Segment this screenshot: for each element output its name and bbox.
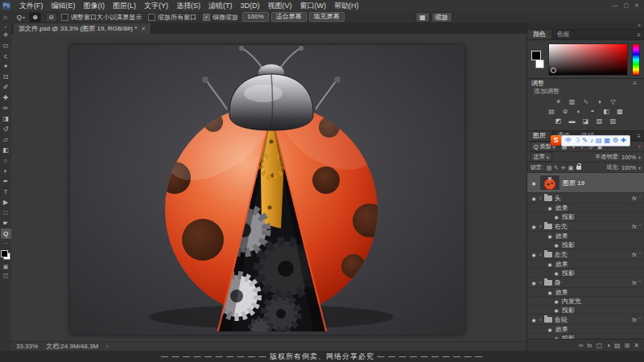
hand-tool[interactable]: ☛ bbox=[1, 218, 11, 228]
lock-artboard-icon[interactable]: ▣ bbox=[568, 164, 574, 171]
link-layers-icon[interactable]: ∞ bbox=[579, 342, 584, 349]
threshold-icon[interactable]: ◪ bbox=[581, 117, 590, 125]
layer-row[interactable]: ◉效果 bbox=[527, 232, 644, 241]
menu-item-3[interactable]: 图层(L) bbox=[109, 2, 140, 10]
dock-collapse-strip[interactable]: « bbox=[527, 23, 644, 30]
layer-row[interactable]: ◉效果 bbox=[527, 204, 644, 212]
layer-row[interactable]: ◉›头fxˆ bbox=[527, 193, 644, 204]
visibility-eye-icon[interactable]: ◉ bbox=[530, 317, 537, 323]
fx-badge[interactable]: fx bbox=[632, 280, 636, 286]
channel-mixer-icon[interactable]: ◧ bbox=[602, 108, 611, 116]
sogou-logo-icon[interactable]: S bbox=[551, 135, 561, 146]
sogou-input-toolbar[interactable]: S 中☽✎♪▤▦⚙✚ bbox=[551, 135, 630, 146]
gradient-map-icon[interactable]: ▧ bbox=[595, 117, 604, 125]
screen-mode-icon[interactable]: ◫ bbox=[1, 271, 11, 280]
layer-row[interactable]: ◉投影 bbox=[527, 212, 644, 221]
photo-filter-icon[interactable]: ◓ bbox=[588, 108, 597, 116]
overlay-zoom-button[interactable]: 缩放 bbox=[431, 12, 452, 23]
visibility-eye-icon[interactable]: ◉ bbox=[547, 290, 553, 295]
panel-menu-icon[interactable]: ≡ bbox=[637, 31, 644, 39]
expand-caret-icon[interactable]: › bbox=[539, 195, 542, 202]
layer-row[interactable]: ◉投影 bbox=[527, 241, 644, 249]
visibility-eye-icon[interactable]: ◉ bbox=[553, 214, 559, 220]
layer-row[interactable]: ◉效果 bbox=[527, 288, 644, 297]
saturation-brightness-field[interactable] bbox=[548, 43, 628, 76]
restore-icon[interactable]: ▢ bbox=[624, 2, 630, 9]
visibility-eye-icon[interactable]: ◉ bbox=[530, 252, 537, 257]
layer-mask-icon[interactable]: ▢ bbox=[597, 342, 603, 349]
healing-brush-tool[interactable]: ✚ bbox=[1, 93, 11, 103]
sogou-toolbox-icon[interactable]: ⚙ bbox=[613, 137, 618, 145]
foreground-color-swatch[interactable] bbox=[1, 250, 8, 257]
visibility-eye-icon[interactable]: ◉ bbox=[553, 242, 559, 248]
layer-row[interactable]: ◉›左壳fxˆ bbox=[527, 249, 644, 260]
visibility-eye-icon[interactable]: ◉ bbox=[530, 224, 537, 229]
home-icon[interactable]: ⌂ bbox=[3, 14, 7, 21]
options-button-1[interactable]: 适合屏幕 bbox=[271, 12, 307, 22]
menu-item-8[interactable]: 视图(V) bbox=[264, 2, 296, 10]
status-chevron-icon[interactable]: › bbox=[106, 343, 109, 350]
fx-badge[interactable]: fx bbox=[632, 252, 636, 257]
sogou-pen-icon[interactable]: ✎ bbox=[582, 137, 588, 145]
minimize-icon[interactable]: — bbox=[613, 2, 618, 9]
blur-tool[interactable]: ○ bbox=[1, 155, 11, 166]
panel-menu-icon[interactable]: ≡ bbox=[637, 133, 644, 140]
visibility-eye-icon[interactable]: ◉ bbox=[547, 205, 553, 211]
options-checkbox-2[interactable]: ✓细微缩放 bbox=[203, 13, 238, 22]
zoom-in-toggle[interactable]: ⊕ bbox=[29, 12, 41, 23]
menu-item-6[interactable]: 滤镜(T) bbox=[204, 2, 237, 10]
tab-close-icon[interactable]: ✕ bbox=[141, 26, 146, 32]
menu-item-4[interactable]: 文字(Y) bbox=[140, 2, 172, 10]
visibility-eye-icon[interactable]: ◉ bbox=[553, 298, 559, 304]
toolbar-collapse-icon[interactable]: « bbox=[4, 23, 6, 30]
zoom-out-toggle[interactable]: ⊖ bbox=[45, 12, 57, 23]
color-balance-icon[interactable]: ⊜ bbox=[561, 108, 570, 116]
fx-badge[interactable]: fx bbox=[632, 317, 636, 323]
quick-mask-icon[interactable]: ▣ bbox=[1, 262, 11, 271]
fx-badge[interactable]: fx bbox=[632, 195, 636, 201]
dodge-tool[interactable]: ◐ bbox=[1, 166, 11, 176]
clone-stamp-tool[interactable]: ◨ bbox=[1, 113, 11, 124]
foreground-color-swatch[interactable] bbox=[531, 51, 541, 60]
opacity-value[interactable]: 100% bbox=[621, 154, 636, 160]
zoom-tool-preset[interactable]: Q ▾ bbox=[17, 14, 25, 21]
visibility-eye-icon[interactable]: ◉ bbox=[547, 261, 553, 267]
path-selection-tool[interactable]: ▶ bbox=[1, 197, 11, 208]
tab-色板[interactable]: 色板 bbox=[551, 30, 576, 39]
history-brush-tool[interactable]: ↺ bbox=[1, 124, 11, 134]
crop-tool[interactable]: ⊡ bbox=[1, 72, 11, 82]
panel-menu-icon[interactable]: ≡ bbox=[633, 79, 640, 88]
sogou-keyboard-icon[interactable]: ▤ bbox=[596, 137, 602, 145]
layer-row[interactable]: ◉图层 19 bbox=[527, 173, 644, 193]
menu-item-0[interactable]: 文件(F) bbox=[15, 2, 47, 10]
expand-caret-icon[interactable]: › bbox=[539, 316, 542, 323]
more-tools-icon[interactable]: ⋯ bbox=[1, 239, 11, 248]
invert-icon[interactable]: ◩ bbox=[554, 117, 563, 125]
filter-toggle-icon[interactable]: ● bbox=[638, 144, 641, 149]
zoom-level-field[interactable]: 33.33% bbox=[16, 343, 38, 350]
layer-style-icon[interactable]: fx bbox=[587, 342, 592, 349]
fx-collapse-icon[interactable]: ˆ bbox=[639, 317, 641, 323]
menu-item-9[interactable]: 窗口(W) bbox=[296, 2, 331, 10]
gradient-tool[interactable]: ◧ bbox=[1, 145, 11, 155]
new-group-icon[interactable]: ▤ bbox=[614, 342, 621, 349]
fx-collapse-icon[interactable]: ˆ bbox=[639, 280, 641, 286]
menu-item-7[interactable]: 3D(D) bbox=[237, 2, 264, 10]
sogou-wrench-icon[interactable]: ✚ bbox=[621, 137, 626, 145]
quick-selection-tool[interactable]: ✦ bbox=[1, 61, 11, 72]
brush-tool[interactable]: ✏ bbox=[1, 103, 11, 113]
type-tool[interactable]: T bbox=[1, 187, 11, 197]
color-lookup-icon[interactable]: ▩ bbox=[616, 108, 625, 116]
layer-row[interactable]: ◉投影 bbox=[527, 269, 644, 278]
document-tab[interactable]: 源文件.psd @ 33.3% (图层 19, RGB/8#) * ✕ bbox=[14, 23, 151, 34]
black-white-icon[interactable]: ◐ bbox=[575, 108, 584, 116]
marquee-tool[interactable]: ▭ bbox=[1, 40, 11, 51]
layer-row[interactable]: ◉内发光 bbox=[527, 297, 644, 306]
curves-icon[interactable]: ∿ bbox=[581, 98, 590, 106]
sogou-clipboard-icon[interactable]: ▦ bbox=[604, 137, 610, 145]
menu-item-2[interactable]: 图像(I) bbox=[80, 2, 109, 10]
visibility-eye-icon[interactable]: ◉ bbox=[553, 270, 559, 276]
menu-item-10[interactable]: 帮助(H) bbox=[330, 2, 363, 10]
tab-图层[interactable]: 图层 bbox=[527, 131, 551, 141]
tab-颜色[interactable]: 颜色 bbox=[527, 30, 551, 39]
